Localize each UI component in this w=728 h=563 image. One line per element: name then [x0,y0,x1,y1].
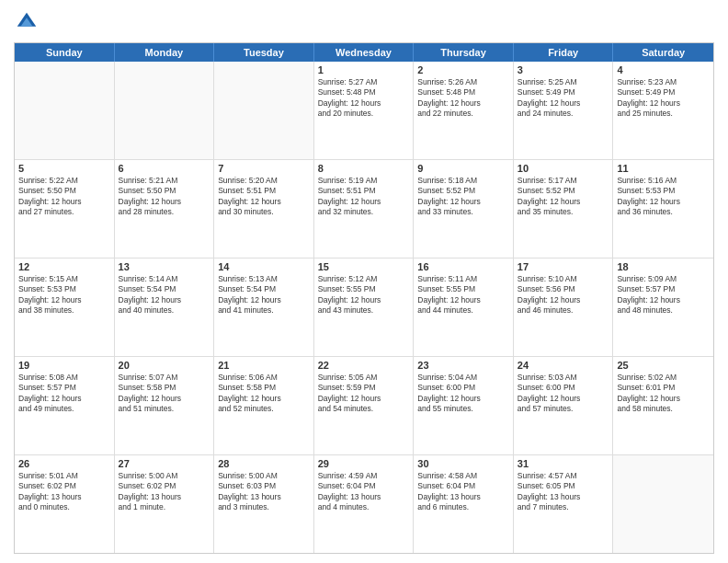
calendar-day-16: 16Sunrise: 5:11 AM Sunset: 5:55 PM Dayli… [414,259,514,356]
day-number: 23 [417,360,509,371]
weekday-header-monday: Monday [115,43,215,62]
day-number: 12 [18,261,110,272]
calendar-day-6: 6Sunrise: 5:21 AM Sunset: 5:50 PM Daylig… [115,160,215,258]
day-info: Sunrise: 5:04 AM Sunset: 6:00 PM Dayligh… [417,373,509,415]
calendar-day-7: 7Sunrise: 5:20 AM Sunset: 5:51 PM Daylig… [214,160,314,258]
day-info: Sunrise: 5:22 AM Sunset: 5:50 PM Dayligh… [18,176,110,218]
day-number: 7 [218,163,310,174]
day-number: 24 [518,360,609,371]
day-number: 17 [518,261,609,272]
day-number: 11 [617,163,710,174]
day-number: 28 [218,458,310,469]
day-number: 18 [617,261,710,272]
day-info: Sunrise: 5:19 AM Sunset: 5:51 PM Dayligh… [318,176,410,218]
weekday-header-sunday: Sunday [15,43,115,62]
day-info: Sunrise: 5:16 AM Sunset: 5:53 PM Dayligh… [617,176,710,218]
day-info: Sunrise: 5:01 AM Sunset: 6:02 PM Dayligh… [18,471,110,513]
day-info: Sunrise: 5:00 AM Sunset: 6:02 PM Dayligh… [119,471,210,513]
day-info: Sunrise: 5:03 AM Sunset: 6:00 PM Dayligh… [518,373,609,415]
page: SundayMondayTuesdayWednesdayThursdayFrid… [0,0,728,563]
calendar-empty-cell [115,62,215,159]
day-number: 19 [18,360,110,371]
calendar-row-1: 5Sunrise: 5:22 AM Sunset: 5:50 PM Daylig… [15,159,713,258]
day-info: Sunrise: 5:21 AM Sunset: 5:50 PM Dayligh… [119,176,210,218]
calendar-day-11: 11Sunrise: 5:16 AM Sunset: 5:53 PM Dayli… [613,160,713,258]
day-number: 9 [417,163,509,174]
calendar-day-1: 1Sunrise: 5:27 AM Sunset: 5:48 PM Daylig… [314,62,415,159]
calendar-day-19: 19Sunrise: 5:08 AM Sunset: 5:57 PM Dayli… [15,357,115,454]
calendar-day-18: 18Sunrise: 5:09 AM Sunset: 5:57 PM Dayli… [613,259,713,356]
calendar-day-3: 3Sunrise: 5:25 AM Sunset: 5:49 PM Daylig… [514,62,614,159]
day-info: Sunrise: 5:11 AM Sunset: 5:55 PM Dayligh… [417,274,509,316]
calendar-empty-cell [15,62,115,159]
day-number: 21 [218,360,310,371]
day-info: Sunrise: 5:17 AM Sunset: 5:52 PM Dayligh… [518,176,609,218]
day-info: Sunrise: 4:58 AM Sunset: 6:04 PM Dayligh… [417,471,509,513]
calendar-day-20: 20Sunrise: 5:07 AM Sunset: 5:58 PM Dayli… [115,357,215,454]
day-info: Sunrise: 5:27 AM Sunset: 5:48 PM Dayligh… [318,77,410,120]
calendar-day-17: 17Sunrise: 5:10 AM Sunset: 5:56 PM Dayli… [514,259,614,356]
day-info: Sunrise: 5:25 AM Sunset: 5:49 PM Dayligh… [518,77,609,120]
calendar-day-14: 14Sunrise: 5:13 AM Sunset: 5:54 PM Dayli… [214,259,314,356]
day-number: 22 [318,360,410,371]
day-number: 20 [119,360,210,371]
day-number: 15 [318,261,410,272]
day-info: Sunrise: 4:57 AM Sunset: 6:05 PM Dayligh… [518,471,609,513]
calendar-day-23: 23Sunrise: 5:04 AM Sunset: 6:00 PM Dayli… [414,357,514,454]
day-number: 6 [119,163,210,174]
day-number: 8 [318,163,410,174]
day-info: Sunrise: 5:13 AM Sunset: 5:54 PM Dayligh… [218,274,310,316]
weekday-header-thursday: Thursday [414,43,514,62]
calendar-day-4: 4Sunrise: 5:23 AM Sunset: 5:49 PM Daylig… [613,62,713,159]
weekday-header-wednesday: Wednesday [314,43,415,62]
calendar-body: 1Sunrise: 5:27 AM Sunset: 5:48 PM Daylig… [15,62,713,553]
weekday-header-tuesday: Tuesday [214,43,314,62]
day-info: Sunrise: 5:18 AM Sunset: 5:52 PM Dayligh… [417,176,509,218]
day-number: 3 [518,64,609,75]
calendar-day-8: 8Sunrise: 5:19 AM Sunset: 5:51 PM Daylig… [314,160,415,258]
calendar-day-28: 28Sunrise: 5:00 AM Sunset: 6:03 PM Dayli… [214,455,314,553]
day-info: Sunrise: 5:08 AM Sunset: 5:57 PM Dayligh… [18,373,110,415]
calendar-header-row: SundayMondayTuesdayWednesdayThursdayFrid… [15,43,713,62]
day-number: 31 [518,458,609,469]
day-info: Sunrise: 5:06 AM Sunset: 5:58 PM Dayligh… [218,373,310,415]
calendar-empty-cell [214,62,314,159]
calendar-day-29: 29Sunrise: 4:59 AM Sunset: 6:04 PM Dayli… [314,455,415,553]
calendar: SundayMondayTuesdayWednesdayThursdayFrid… [14,42,714,554]
calendar-day-10: 10Sunrise: 5:17 AM Sunset: 5:52 PM Dayli… [514,160,614,258]
calendar-day-22: 22Sunrise: 5:05 AM Sunset: 5:59 PM Dayli… [314,357,415,454]
logo [14,9,43,35]
calendar-day-27: 27Sunrise: 5:00 AM Sunset: 6:02 PM Dayli… [115,455,215,553]
calendar-day-31: 31Sunrise: 4:57 AM Sunset: 6:05 PM Dayli… [514,455,614,553]
day-info: Sunrise: 5:23 AM Sunset: 5:49 PM Dayligh… [617,77,710,120]
calendar-row-2: 12Sunrise: 5:15 AM Sunset: 5:53 PM Dayli… [15,258,713,356]
calendar-row-0: 1Sunrise: 5:27 AM Sunset: 5:48 PM Daylig… [15,62,713,159]
day-info: Sunrise: 5:00 AM Sunset: 6:03 PM Dayligh… [218,471,310,513]
day-number: 29 [318,458,410,469]
calendar-day-26: 26Sunrise: 5:01 AM Sunset: 6:02 PM Dayli… [15,455,115,553]
day-info: Sunrise: 5:12 AM Sunset: 5:55 PM Dayligh… [318,274,410,316]
calendar-day-5: 5Sunrise: 5:22 AM Sunset: 5:50 PM Daylig… [15,160,115,258]
day-number: 26 [18,458,110,469]
day-number: 13 [119,261,210,272]
day-number: 25 [617,360,710,371]
calendar-day-25: 25Sunrise: 5:02 AM Sunset: 6:01 PM Dayli… [613,357,713,454]
day-info: Sunrise: 5:02 AM Sunset: 6:01 PM Dayligh… [617,373,710,415]
day-info: Sunrise: 5:10 AM Sunset: 5:56 PM Dayligh… [518,274,609,316]
day-info: Sunrise: 5:26 AM Sunset: 5:48 PM Dayligh… [417,77,509,120]
day-number: 10 [518,163,609,174]
day-number: 16 [417,261,509,272]
logo-icon [14,9,40,35]
day-number: 30 [417,458,509,469]
day-number: 27 [119,458,210,469]
day-number: 2 [417,64,509,75]
day-info: Sunrise: 5:09 AM Sunset: 5:57 PM Dayligh… [617,274,710,316]
day-number: 14 [218,261,310,272]
calendar-empty-cell [613,455,713,553]
calendar-row-3: 19Sunrise: 5:08 AM Sunset: 5:57 PM Dayli… [15,356,713,454]
calendar-day-12: 12Sunrise: 5:15 AM Sunset: 5:53 PM Dayli… [15,259,115,356]
calendar-day-2: 2Sunrise: 5:26 AM Sunset: 5:48 PM Daylig… [414,62,514,159]
day-info: Sunrise: 5:05 AM Sunset: 5:59 PM Dayligh… [318,373,410,415]
weekday-header-saturday: Saturday [613,43,713,62]
day-info: Sunrise: 5:15 AM Sunset: 5:53 PM Dayligh… [18,274,110,316]
